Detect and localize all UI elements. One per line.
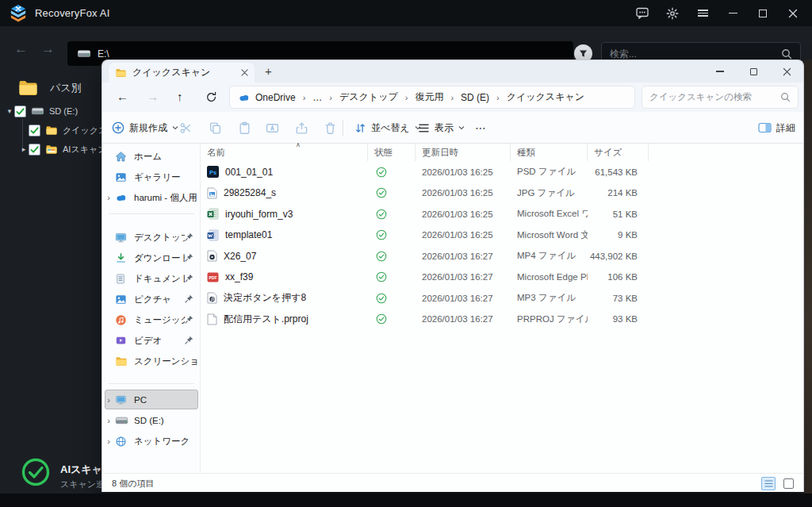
tree-caret-icon[interactable]: ▾ (5, 107, 14, 115)
breadcrumb-item[interactable]: クイックスキャン (507, 90, 584, 104)
drive-icon (31, 106, 44, 116)
status-synced-icon (368, 309, 416, 330)
breadcrumb[interactable]: OneDrive›…›デスクトップ›復元用›SD (E)›クイックスキャン (229, 86, 635, 109)
file-name: 29825284_s (224, 187, 276, 198)
menu-icon[interactable] (696, 7, 709, 20)
svg-text:PDF: PDF (209, 275, 217, 279)
items-count: 8 個の項目 (112, 478, 761, 490)
details-pane-button[interactable]: 詳細 (758, 112, 795, 144)
sidebar-item-PC[interactable]: ›PC (102, 390, 201, 410)
sidebar-item-ピクチャ[interactable]: ピクチャ (102, 289, 201, 309)
word-file-icon (207, 229, 219, 241)
new-item-label: 新規作成 (129, 121, 167, 135)
breadcrumb-item[interactable]: SD (E) (461, 92, 489, 103)
file-row[interactable]: 配信用テスト.prproj2026/01/03 16:27PRPROJ ファイル… (201, 309, 649, 330)
tree-item[interactable]: ▸AIスキャン (0, 140, 102, 159)
sidebar-item-ギャラリー[interactable]: ギャラリー (102, 167, 201, 187)
more-options-button[interactable]: ⋯ (475, 112, 487, 144)
checkbox-checked-icon[interactable] (29, 125, 40, 136)
close-icon[interactable] (787, 7, 799, 20)
cut-icon (179, 121, 193, 135)
sidebar-item-harumi - 個人用[interactable]: ›harumi - 個人用 (102, 187, 201, 208)
file-row[interactable]: 29825284_s2026/01/03 16:25JPG ファイル214 KB (201, 182, 649, 204)
jpg-file-icon (207, 187, 217, 199)
breadcrumb-item[interactable]: … (312, 92, 322, 103)
file-row[interactable]: iryouhi_form_v32026/01/03 16:25Microsoft… (201, 203, 649, 225)
search-input[interactable]: クイックスキャンの検索 (642, 86, 799, 109)
file-row[interactable]: X26_072026/01/03 16:27MP4 ファイル443,902 KB (201, 245, 649, 267)
file-row[interactable]: PDFxx_f392026/01/03 16:27Microsoft Edge … (201, 267, 649, 288)
chevron-right-icon[interactable]: › (102, 395, 115, 405)
sidebar-item-ホーム[interactable]: ホーム (102, 146, 201, 167)
settings-icon[interactable] (666, 7, 679, 20)
column-header[interactable]: サイズ (588, 144, 649, 161)
maximize-icon[interactable] (737, 60, 770, 83)
onedrive-cloud-icon (238, 93, 251, 102)
file-row[interactable]: template012026/01/03 16:25Microsoft Word… (201, 225, 649, 246)
back-icon[interactable]: ← (14, 41, 28, 57)
tree-item[interactable]: クイックスキャ (0, 121, 102, 140)
up-icon[interactable]: ↑ (177, 90, 183, 103)
chevron-right-icon[interactable]: › (102, 416, 115, 425)
chevron-right-icon[interactable]: › (102, 193, 115, 202)
maximize-icon[interactable] (756, 7, 769, 20)
tab-quick-scan[interactable]: クイックスキャン (109, 63, 255, 83)
file-date: 2026/01/03 16:27 (416, 309, 511, 330)
pc-icon (115, 394, 128, 405)
close-icon[interactable] (241, 69, 248, 76)
svg-text:Ps: Ps (209, 169, 216, 176)
minimize-icon[interactable] (703, 60, 737, 83)
chevron-right-icon: › (303, 93, 306, 102)
back-icon[interactable]: ← (117, 90, 128, 103)
chevron-right-icon[interactable]: › (102, 436, 115, 446)
details-pane-label: 詳細 (776, 121, 795, 135)
thumbnail-view-icon[interactable] (783, 478, 794, 489)
minimize-icon[interactable] (726, 7, 739, 20)
check-circle-icon (21, 457, 51, 487)
breadcrumb-item[interactable]: OneDrive (238, 92, 296, 103)
drive-icon (115, 416, 128, 425)
column-header[interactable]: 状態 (368, 144, 416, 161)
tree-item[interactable]: ▾SD (E:) (0, 102, 102, 121)
pdf-file-icon: PDF (207, 271, 219, 283)
file-row[interactable]: 決定ボタンを押す82026/01/03 16:27MP3 ファイル73 KB (201, 287, 649, 309)
new-tab-plus-icon[interactable]: + (265, 64, 272, 78)
view-button[interactable]: 表示 (418, 112, 465, 144)
sidebar-item-ビデオ[interactable]: ビデオ (102, 330, 201, 351)
sidebar-item-ネットワーク[interactable]: ›ネットワーク (102, 431, 201, 451)
sidebar-item-ドキュメント[interactable]: ドキュメント (102, 268, 201, 289)
file-date: 2026/01/03 16:25 (416, 225, 511, 246)
file-name: xx_f39 (225, 271, 253, 282)
new-item-button[interactable]: 新規作成 (112, 112, 178, 144)
pin-icon (185, 274, 196, 284)
refresh-icon[interactable] (205, 91, 217, 106)
column-header[interactable]: 名前 (201, 144, 368, 161)
file-row[interactable]: Ps001_01_012026/01/03 16:25PSD ファイル61,54… (201, 161, 649, 182)
forward-icon[interactable]: → (41, 41, 55, 57)
sidebar-item-SD (E:)[interactable]: ›SD (E:) (102, 410, 201, 431)
column-header[interactable]: 種類 (511, 144, 588, 161)
feedback-icon[interactable] (636, 7, 649, 20)
column-header[interactable]: 更新日時 (416, 144, 511, 161)
folder-icon (115, 68, 127, 78)
tree-caret-icon[interactable]: ▸ (19, 145, 29, 153)
tree-item-label: AIスキャン (63, 144, 102, 156)
sidebar-item-ダウンロード[interactable]: ダウンロード (102, 248, 201, 268)
sort-button[interactable]: 並べ替え (354, 112, 421, 144)
close-icon[interactable] (770, 60, 803, 83)
sidebar-item-ミュージック[interactable]: ミュージック (102, 309, 201, 330)
breadcrumb-item[interactable]: デスクトップ (339, 90, 398, 104)
checkbox-checked-icon[interactable] (14, 106, 26, 117)
sidebar-item-スクリーンショット[interactable]: スクリーンショット (102, 351, 201, 371)
explorer-content: ホームギャラリー›harumi - 個人用デスクトップダウンロードドキュメントピ… (102, 144, 803, 473)
sidebar-item-デスクトップ[interactable]: デスクトップ (102, 227, 201, 248)
breadcrumb-item[interactable]: 復元用 (415, 90, 443, 104)
app-title: RecoveryFox AI (35, 7, 110, 19)
psd-file-icon: Ps (207, 166, 219, 178)
explorer-sidebar: ホームギャラリー›harumi - 個人用デスクトップダウンロードドキュメントピ… (102, 144, 201, 473)
file-type: JPG ファイル (511, 182, 588, 204)
list-view-icon[interactable] (761, 477, 776, 490)
pin-icon (185, 336, 196, 346)
folder-ai-icon (45, 144, 58, 155)
checkbox-checked-icon[interactable] (29, 144, 40, 156)
